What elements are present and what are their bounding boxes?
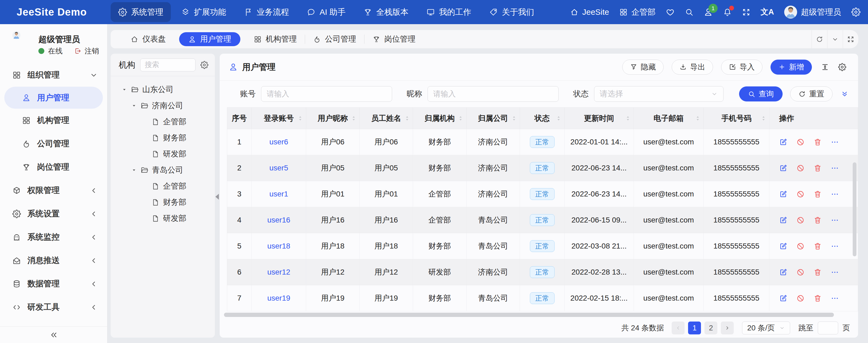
table-row[interactable]: 5 user18 用户18 用户18 财务部 青岛公司 正常 2022-03-0… [227, 233, 858, 259]
disable-icon[interactable] [796, 190, 805, 198]
nickname-input[interactable] [428, 86, 559, 102]
language-button[interactable]: 文A [761, 7, 774, 18]
logout-button[interactable]: 注销 [74, 46, 99, 56]
tab-list-button[interactable] [827, 30, 843, 48]
col-nickname[interactable]: 用户昵称 [306, 108, 360, 129]
gear-icon[interactable] [200, 61, 208, 69]
tree-search-input[interactable] [140, 59, 195, 71]
tab-user-management[interactable]: 用户管理 [179, 32, 240, 46]
sort-icon[interactable] [404, 115, 410, 121]
refresh-tab-button[interactable] [812, 30, 827, 48]
disable-icon[interactable] [796, 268, 805, 276]
tree-collapse-handle[interactable] [215, 194, 219, 200]
col-phone[interactable]: 手机号码 [704, 108, 769, 129]
nav-item-fullstack[interactable]: 全栈版本 [356, 2, 416, 22]
sort-icon[interactable] [297, 115, 303, 121]
prev-page-button[interactable] [672, 321, 685, 334]
nav-item-extensions[interactable]: 扩展功能 [174, 2, 234, 22]
caret-down-icon[interactable] [131, 103, 137, 109]
user-account-link[interactable]: user1 [269, 190, 288, 198]
search-button[interactable] [685, 8, 693, 16]
gear-icon[interactable] [838, 63, 846, 71]
edit-icon[interactable] [779, 268, 787, 276]
nav-item-ai-assistant[interactable]: AI 助手 [299, 2, 353, 22]
jump-to-input[interactable] [818, 321, 838, 334]
table-row[interactable]: 1 user6 用户06 用户06 财务部 济南公司 正常 2022-01-01… [227, 129, 858, 155]
user-menu[interactable]: 超级管理员 [784, 6, 841, 19]
disable-icon[interactable] [796, 294, 805, 303]
tree-node[interactable]: 财务部 [111, 194, 215, 210]
tab-post-management[interactable]: 岗位管理 [365, 30, 424, 48]
table-row[interactable]: 3 user1 用户01 用户01 企管部 济南公司 正常 2022-06-23… [227, 181, 858, 207]
sort-icon[interactable] [511, 115, 517, 121]
tab-dashboard[interactable]: 仪表盘 [122, 30, 174, 48]
query-button[interactable]: 查询 [739, 87, 783, 101]
more-actions-icon[interactable] [831, 242, 839, 250]
more-actions-icon[interactable] [831, 164, 839, 172]
table-row[interactable]: 7 user19 用户19 用户19 财务部 青岛公司 正常 2022-02-1… [227, 285, 858, 311]
nav-item-workflow[interactable]: 业务流程 [236, 2, 297, 22]
sort-icon[interactable] [351, 115, 356, 121]
user-account-link[interactable]: user16 [267, 216, 290, 224]
col-name[interactable]: 员工姓名 [360, 108, 413, 129]
delete-icon[interactable] [813, 242, 822, 250]
sidebar-item-post-management[interactable]: 岗位管理 [0, 156, 107, 179]
col-email[interactable]: 电子邮箱 [634, 108, 704, 129]
col-org[interactable]: 归属机构 [413, 108, 466, 129]
notifications-button[interactable] [723, 8, 732, 16]
home-link[interactable]: JeeSite [570, 7, 609, 16]
edit-icon[interactable] [779, 242, 787, 250]
delete-icon[interactable] [813, 138, 822, 146]
sort-icon[interactable] [695, 115, 701, 121]
delete-icon[interactable] [813, 268, 822, 276]
caret-down-icon[interactable] [131, 167, 137, 173]
tab-company-management[interactable]: 公司管理 [305, 30, 364, 48]
row-height-icon[interactable] [821, 63, 829, 71]
add-button[interactable]: 新增 [771, 60, 812, 75]
col-company[interactable]: 归属公司 [466, 108, 520, 129]
caret-down-icon[interactable] [121, 87, 127, 93]
user-account-link[interactable]: user6 [269, 138, 288, 146]
sidebar-item-data-management[interactable]: 数据管理 [0, 272, 107, 296]
disable-icon[interactable] [796, 164, 805, 172]
sidebar-item-user-management[interactable]: 用户管理 [4, 87, 103, 109]
nav-item-my-work[interactable]: 我的工作 [419, 2, 479, 22]
edit-icon[interactable] [779, 190, 787, 198]
sidebar-item-system-settings[interactable]: 系统设置 [0, 202, 107, 226]
tree-node[interactable]: 研发部 [111, 210, 215, 227]
tree-node[interactable]: 研发部 [111, 146, 215, 162]
more-actions-icon[interactable] [831, 138, 839, 146]
tree-node[interactable]: 济南公司 [111, 98, 215, 114]
user-account-link[interactable]: user19 [267, 294, 290, 302]
tree-node[interactable]: 企管部 [111, 178, 215, 194]
page-2-button[interactable]: 2 [705, 321, 717, 334]
delete-icon[interactable] [813, 216, 822, 225]
maximize-tab-button[interactable] [843, 30, 858, 48]
tree-node[interactable]: 企管部 [111, 114, 215, 130]
next-page-button[interactable] [721, 321, 734, 334]
delete-icon[interactable] [813, 294, 822, 303]
nav-item-about-us[interactable]: 关于我们 [482, 2, 542, 22]
sidebar-collapse-button[interactable] [0, 327, 107, 343]
sort-icon[interactable] [458, 115, 464, 121]
disable-icon[interactable] [796, 242, 805, 250]
status-select[interactable]: 请选择 [594, 86, 723, 102]
user-account-link[interactable]: user18 [267, 242, 290, 250]
tree-node[interactable]: 山东公司 [111, 81, 215, 98]
delete-icon[interactable] [813, 190, 822, 198]
page-size-select[interactable]: 20 条/页 [742, 321, 790, 334]
col-status[interactable]: 状态 [520, 108, 564, 129]
more-actions-icon[interactable] [831, 190, 839, 198]
account-input[interactable] [261, 86, 392, 102]
favorites-button[interactable] [666, 8, 675, 16]
table-row[interactable]: 2 user5 用户05 用户05 财务部 济南公司 正常 2022-06-23… [227, 155, 858, 181]
tab-org-management[interactable]: 机构管理 [246, 30, 305, 48]
more-actions-icon[interactable] [831, 268, 839, 276]
sidebar-item-permissions[interactable]: 权限管理 [0, 179, 107, 202]
expand-filters-icon[interactable] [841, 90, 849, 98]
sidebar-item-company-management[interactable]: 公司管理 [0, 132, 107, 156]
fullscreen-button[interactable] [742, 8, 750, 16]
tree-node[interactable]: 青岛公司 [111, 162, 215, 178]
edit-icon[interactable] [779, 216, 787, 225]
user-account-link[interactable]: user5 [269, 164, 288, 172]
